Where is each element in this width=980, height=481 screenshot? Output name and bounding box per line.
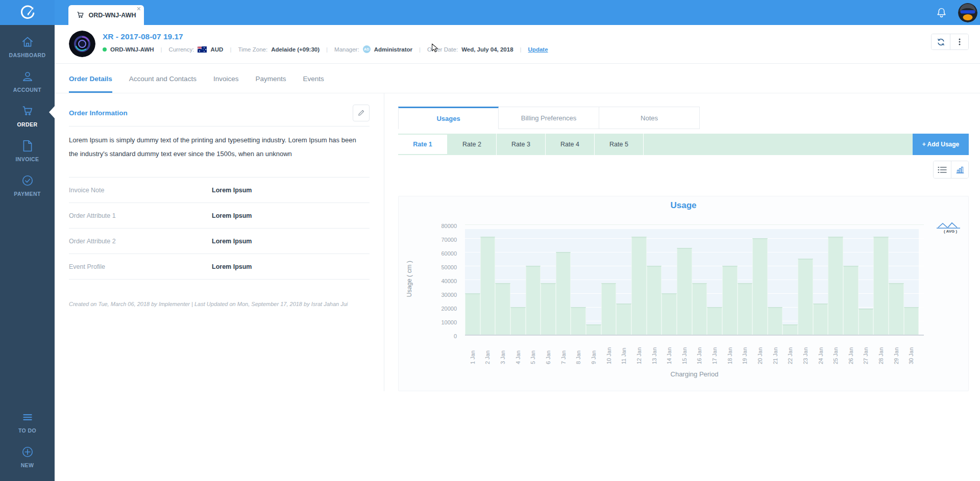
chart-bar-27-jan — [859, 309, 874, 335]
sidebar-item-payment[interactable]: PAYMENT — [0, 168, 55, 202]
main-content: XR - 2017-08-07 19.17 ORD-WNJ-AWH | Curr… — [55, 25, 980, 481]
x-tick-21-jan: 21 Jan — [768, 336, 783, 364]
update-link[interactable]: Update — [528, 46, 548, 53]
x-tick-label: 26 Jan — [848, 338, 854, 364]
rate-tab-rate-2[interactable]: Rate 2 — [448, 134, 497, 155]
x-tick-17-jan: 17 Jan — [707, 336, 722, 364]
x-tick-label: 27 Jan — [863, 338, 869, 364]
y-axis-ticks: 0100002000030000400005000060000700008000… — [420, 222, 465, 336]
sidebar-item-todo[interactable]: TO DO — [0, 404, 55, 439]
x-tick-22-jan: 22 Jan — [782, 336, 798, 364]
chart-bar-1-jan — [465, 293, 480, 335]
edit-button[interactable] — [353, 105, 370, 121]
chart-bar-20-jan — [752, 238, 768, 335]
sidebar-item-order[interactable]: ORDER — [0, 98, 55, 133]
rate-tab-rate-3[interactable]: Rate 3 — [497, 134, 546, 155]
separator: | — [161, 46, 162, 53]
rate-tab-rate-4[interactable]: Rate 4 — [546, 134, 595, 155]
x-tick-23-jan: 23 Jan — [798, 336, 813, 364]
rate-tab-rate-1[interactable]: Rate 1 — [398, 135, 447, 154]
pencil-icon — [357, 109, 365, 117]
home-icon — [21, 35, 34, 48]
sidebar-item-invoice[interactable]: INVOICE — [0, 133, 55, 168]
x-tick-label: 22 Jan — [787, 338, 793, 364]
sidebar-item-account[interactable]: ACCOUNT — [0, 64, 55, 98]
refresh-button[interactable] — [932, 34, 950, 49]
x-tick-8-jan: 8 Jan — [571, 336, 586, 364]
mouse-cursor — [431, 43, 439, 53]
x-tick-11-jan: 11 Jan — [616, 336, 631, 364]
chart-bar-14-jan — [662, 293, 677, 335]
chart-bar-12-jan — [631, 237, 647, 335]
usage-section-tabs: UsagesBilling PreferencesNotes — [398, 107, 969, 129]
sidebar-item-label: ORDER — [17, 121, 38, 128]
y-tick-label: 70000 — [441, 237, 457, 243]
x-tick-label: 3 Jan — [500, 338, 506, 364]
x-tick-label: 14 Jan — [666, 338, 672, 364]
avg-legend[interactable]: ( AVG ) — [937, 222, 964, 234]
page-title: XR - 2017-08-07 19.17 — [103, 32, 548, 41]
section-tab-notes[interactable]: Notes — [599, 107, 700, 129]
x-tick-label: 17 Jan — [712, 338, 718, 364]
x-tick-2-jan: 2 Jan — [480, 336, 496, 364]
chart-bar-22-jan — [782, 324, 798, 335]
order-description: Lorem Ipsum is simply dummy text of the … — [69, 133, 359, 161]
y-tick-label: 60000 — [441, 250, 457, 257]
sidebar-item-label: INVOICE — [16, 156, 39, 162]
currency-value: AUD — [210, 46, 223, 53]
x-tick-15-jan: 15 Jan — [677, 336, 692, 364]
chart-bar-16-jan — [692, 283, 707, 335]
document-tab[interactable]: ORD-WNJ-AWH × — [68, 5, 144, 25]
more-menu-button[interactable] — [950, 34, 968, 49]
x-tick-label: 13 Jan — [651, 338, 657, 364]
close-tab-icon[interactable]: × — [137, 5, 141, 12]
user-avatar[interactable] — [958, 3, 977, 22]
y-tick-label: 20000 — [441, 306, 457, 312]
x-tick-13-jan: 13 Jan — [647, 336, 662, 364]
logo-icon — [19, 4, 36, 21]
chart-bar-3-jan — [495, 283, 510, 335]
add-usage-button[interactable]: + Add Usage — [913, 134, 969, 155]
order-code: ORD-WNJ-AWH — [110, 46, 154, 53]
chart-bar-23-jan — [798, 259, 813, 335]
sidebar-item-dashboard[interactable]: DASHBOARD — [0, 29, 55, 64]
x-tick-5-jan: 5 Jan — [526, 336, 541, 364]
list-view-icon — [938, 166, 947, 173]
separator: | — [326, 46, 328, 53]
refresh-icon — [937, 38, 945, 46]
x-tick-25-jan: 25 Jan — [828, 336, 843, 364]
info-row-order-attribute-2: Order Attribute 2Lorem Ipsum — [69, 229, 370, 254]
created-updated-footer: Created on Tue, March 06, 2018 by Implem… — [69, 301, 370, 307]
rate-tab-rate-5[interactable]: Rate 5 — [595, 134, 644, 155]
section-tab-billing-preferences[interactable]: Billing Preferences — [499, 107, 599, 129]
check-circle-icon — [21, 174, 34, 187]
page-tab-events[interactable]: Events — [303, 75, 324, 93]
topbar: ORD-WNJ-AWH × — [0, 0, 980, 25]
order-avatar — [69, 31, 95, 57]
bar-chart-view-button[interactable] — [951, 161, 968, 178]
sidebar-item-new[interactable]: NEW — [0, 439, 55, 474]
list-view-button[interactable] — [934, 161, 951, 178]
chart-bar-11-jan — [616, 303, 631, 335]
x-tick-29-jan: 29 Jan — [889, 336, 904, 364]
manager-avatar-badge: AD — [363, 45, 371, 53]
user-icon — [21, 70, 34, 83]
info-row-label: Invoice Note — [69, 187, 212, 194]
page-tab-invoices[interactable]: Invoices — [213, 75, 239, 93]
page-tab-account-and-contacts[interactable]: Account and Contacts — [129, 75, 197, 93]
x-tick-19-jan: 19 Jan — [738, 336, 753, 364]
x-tick-14-jan: 14 Jan — [662, 336, 677, 364]
section-tab-usages[interactable]: Usages — [398, 107, 499, 129]
y-tick-label: 40000 — [441, 278, 457, 284]
page-tab-payments[interactable]: Payments — [255, 75, 286, 93]
x-tick-10-jan: 10 Jan — [601, 336, 617, 364]
notification-bell-icon[interactable] — [936, 7, 947, 18]
plus-circle-icon — [21, 445, 34, 459]
page-tab-order-details[interactable]: Order Details — [69, 75, 112, 93]
x-tick-28-jan: 28 Jan — [873, 336, 889, 364]
app-logo[interactable] — [0, 0, 55, 25]
x-tick-label: 24 Jan — [818, 338, 824, 364]
x-tick-12-jan: 12 Jan — [631, 336, 647, 364]
sidebar: DASHBOARDACCOUNTORDERINVOICEPAYMENT TO D… — [0, 25, 55, 481]
sidebar-item-label: TO DO — [18, 427, 36, 434]
